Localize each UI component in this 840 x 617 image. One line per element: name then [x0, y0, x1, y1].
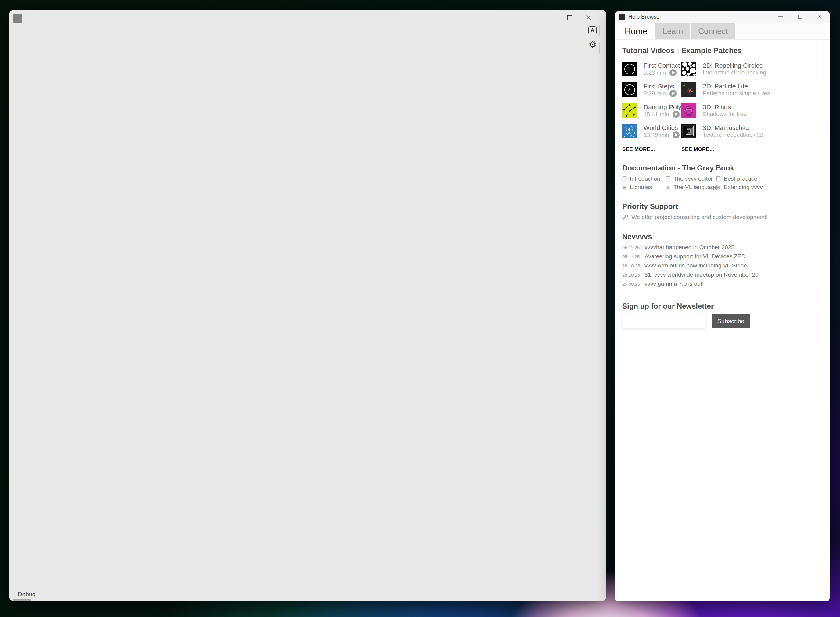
document-icon — [666, 176, 670, 182]
video-duration: 15:41 min — [644, 111, 669, 118]
patch-thumbnail-rings — [681, 103, 696, 118]
patch-item[interactable]: 3D: Rings Shadows for free — [681, 103, 747, 118]
patch-window-controls — [547, 14, 592, 22]
news-date: 05.11.25 — [622, 254, 645, 259]
subscribe-button[interactable]: Subscribe — [712, 314, 750, 328]
video-item[interactable]: World Cities 13:49 min — [622, 124, 679, 139]
play-icon[interactable] — [670, 90, 676, 97]
newsletter-email-input[interactable] — [623, 314, 705, 328]
example-patches-heading: Example Patches — [681, 46, 741, 55]
video-duration: 13:49 min — [644, 132, 669, 139]
video-duration: 3:23 min — [644, 69, 666, 76]
patch-subtitle: Shadows for free — [703, 111, 747, 117]
patch-item[interactable]: 2D: Particle Life Patterns from simple r… — [681, 82, 770, 97]
news-date: 25.08.25 — [622, 282, 645, 287]
maximize-button[interactable] — [797, 13, 803, 20]
news-text: vvvv Arm builds now including VL.Stride — [645, 262, 747, 269]
news-text: 31. vvvv worldwide meetup on November 20 — [645, 272, 759, 278]
priority-support-heading: Priority Support — [622, 202, 678, 211]
video-thumbnail-first-contact: 1. — [622, 62, 637, 76]
maximize-button[interactable] — [566, 14, 573, 22]
help-browser-content: Tutorial Videos Example Patches 1. First… — [615, 40, 830, 601]
news-item[interactable]: 05.11.25 vvvvhat happened in October 202… — [622, 244, 734, 251]
newsletter-heading: Sign up for our Newsletter — [622, 302, 714, 310]
minimize-button[interactable] — [547, 14, 555, 22]
desktop-background: A ⚙ Debug Help Browser H — [0, 0, 840, 617]
video-thumbnail-dancing-polygon — [622, 103, 637, 118]
help-browser-window-controls — [777, 13, 823, 20]
close-button[interactable] — [585, 14, 592, 22]
patch-subtitle: Interactive circle packing — [703, 69, 766, 76]
document-icon — [666, 185, 670, 190]
news-text: vvvv gamma 7.0 is out! — [645, 280, 704, 287]
help-browser-titlebar: Help Browser — [615, 11, 830, 23]
documentation-heading: Documentation - The Gray Book — [622, 164, 734, 172]
help-browser-app-icon — [619, 14, 625, 20]
news-item[interactable]: 25.08.25 vvvv gamma 7.0 is out! — [622, 280, 704, 287]
vvvv-patch-window: A ⚙ Debug — [9, 10, 606, 601]
patch-subtitle: Texture Feeeedback!!1! — [703, 131, 763, 138]
video-thumbnail-world-cities — [622, 124, 637, 139]
debug-tab[interactable]: Debug — [18, 591, 36, 598]
priority-support-link[interactable]: We offer project consulting and custom d… — [622, 214, 768, 220]
video-item[interactable]: 2. First Steps 9:29 min — [622, 82, 676, 97]
doc-link-vl-language[interactable]: The VL language — [666, 184, 717, 190]
document-icon — [622, 176, 627, 182]
video-title: First Steps — [644, 83, 676, 90]
video-item[interactable]: 1. First Contact 3:23 min — [622, 62, 680, 77]
tab-connect[interactable]: Connect — [691, 23, 735, 39]
see-more-videos-link[interactable]: SEE MORE... — [622, 146, 655, 152]
help-browser-window: Help Browser Home Learn Connect Tutorial… — [615, 11, 830, 601]
tutorial-videos-heading: Tutorial Videos — [622, 46, 675, 55]
video-title: World Cities — [644, 124, 679, 131]
news-date: 28.10.25 — [622, 272, 645, 278]
news-item[interactable]: 28.10.25 vvvv Arm builds now including V… — [622, 262, 747, 269]
patch-title: 3D: Matrjoschka — [703, 124, 763, 131]
patch-node-square — [13, 14, 22, 22]
doc-link-introduction[interactable]: Introduction — [622, 176, 660, 182]
help-browser-tabs: Home Learn Connect — [615, 23, 830, 40]
patch-thumbnail-repelling-circles — [681, 62, 696, 76]
patch-item[interactable]: 2D: Repelling Circles Interactive circle… — [681, 62, 766, 76]
play-icon[interactable] — [670, 69, 676, 76]
minimize-button[interactable] — [777, 13, 784, 20]
see-more-patches-link[interactable]: SEE MORE... — [681, 146, 714, 152]
scrollbar-segment[interactable] — [599, 25, 600, 36]
news-heading: Nevvvvs — [622, 232, 652, 241]
doc-link-best-practice[interactable]: Best practice — [716, 176, 757, 182]
document-icon — [716, 176, 721, 182]
doc-link-vvvv-editor[interactable]: The vvvv editor — [666, 176, 713, 182]
patch-thumbnail-matrjoschka — [681, 124, 696, 139]
play-icon[interactable] — [673, 131, 679, 139]
patch-title: 2D: Repelling Circles — [703, 62, 766, 69]
video-thumbnail-first-steps: 2. — [622, 82, 637, 97]
patch-thumbnail-particle-life — [681, 82, 696, 97]
news-item[interactable]: 28.10.25 31. vvvv worldwide meetup on No… — [622, 272, 759, 278]
window-title: Help Browser — [628, 14, 661, 20]
doc-link-extending-vvvv[interactable]: Extending vvvv — [716, 184, 763, 190]
video-duration: 9:29 min — [644, 90, 666, 97]
tab-home[interactable]: Home — [617, 23, 655, 39]
patch-title: 3D: Rings — [703, 103, 747, 111]
wrench-icon — [622, 214, 628, 220]
news-date: 28.10.25 — [622, 263, 645, 269]
news-item[interactable]: 05.11.25 Avateering support for VL.Devic… — [622, 253, 746, 260]
settings-gear-icon[interactable]: ⚙ — [588, 39, 598, 50]
horizontal-scrollbar-thumb[interactable] — [13, 599, 31, 601]
news-text: vvvvhat happened in October 2025 — [645, 244, 734, 251]
news-date: 05.11.25 — [622, 245, 645, 250]
document-icon — [716, 185, 721, 190]
document-icon — [622, 185, 627, 190]
video-title: First Contact — [644, 62, 680, 69]
patch-subtitle: Patterns from simple rules — [703, 90, 770, 97]
news-text: Avateering support for VL.Devices.ZED — [645, 253, 746, 260]
patch-item[interactable]: 3D: Matrjoschka Texture Feeeedback!!1! — [681, 124, 763, 139]
doc-link-libraries[interactable]: Libraries — [622, 184, 652, 190]
annotation-tool-button[interactable]: A — [588, 26, 596, 34]
scrollbar-segment[interactable] — [599, 42, 600, 53]
close-button[interactable] — [816, 13, 823, 20]
patch-title: 2D: Particle Life — [703, 83, 770, 90]
play-icon[interactable] — [673, 111, 679, 118]
annotation-tool-label: A — [591, 27, 594, 34]
tab-learn[interactable]: Learn — [655, 23, 691, 39]
